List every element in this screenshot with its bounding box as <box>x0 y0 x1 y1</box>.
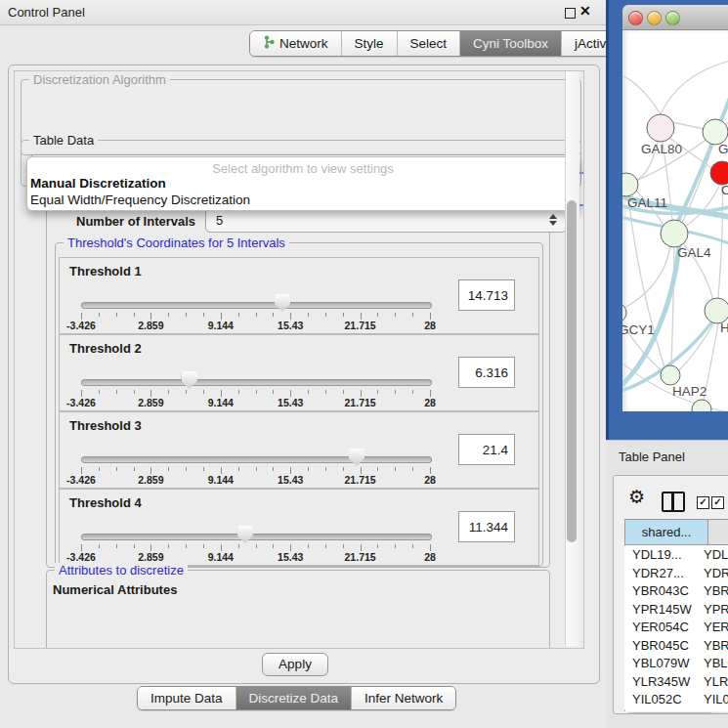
tab-discretize-data[interactable]: Discretize Data <box>236 687 352 709</box>
tab-infer-network[interactable]: Infer Network <box>351 687 455 709</box>
tick-mark <box>343 390 344 394</box>
network-node-gcy1[interactable] <box>622 303 626 322</box>
table-row[interactable]: YPR145WYPR1 <box>624 601 728 620</box>
algorithm-group-title: Discretization Algorithm <box>29 72 170 87</box>
tick-mark <box>325 313 326 317</box>
columns-icon[interactable] <box>662 492 685 512</box>
tick-mark <box>273 390 274 394</box>
threshold-label: Threshold 2 <box>69 341 142 356</box>
tick-mark <box>256 544 257 548</box>
table-row[interactable]: YBR045CYBR0 <box>624 637 728 656</box>
slider-track[interactable] <box>81 534 432 540</box>
tick-label: 28 <box>424 551 436 563</box>
tick-mark <box>256 313 257 317</box>
combo-arrows-icon <box>549 214 557 226</box>
threshold-value-field[interactable]: 14.713 <box>458 279 515 311</box>
tick-mark <box>343 544 344 548</box>
slider-track[interactable] <box>81 302 432 309</box>
tick-mark <box>290 390 291 397</box>
tick-mark <box>412 390 413 394</box>
tick-mark <box>238 390 239 394</box>
network-node[interactable] <box>692 400 711 411</box>
table-row[interactable]: YER054CYER0 <box>624 619 728 637</box>
network-node-gal80[interactable] <box>647 114 674 142</box>
tick-mark <box>430 544 431 551</box>
network-icon <box>263 35 275 52</box>
table-row[interactable]: YDR27...YDR2 <box>624 565 728 583</box>
tick-mark <box>134 390 135 394</box>
network-node-c[interactable] <box>710 161 728 185</box>
cell-name: YER0 <box>704 620 728 634</box>
cell-shared-name: YLR345W <box>632 674 690 689</box>
tick-mark <box>361 390 362 397</box>
table-row[interactable]: YBL079WYBL0 <box>624 655 728 673</box>
network-canvas[interactable]: GAL80GCGAL11GAL4GCY1HHAP2 <box>622 30 728 411</box>
float-icon[interactable] <box>565 8 576 19</box>
table-data-group-title: Table Data <box>29 133 98 148</box>
tick-mark <box>116 467 117 471</box>
threshold-value-field[interactable]: 6.316 <box>458 357 515 388</box>
tick-mark <box>168 544 169 548</box>
network-edge <box>678 322 714 371</box>
node-label: GCY1 <box>622 322 655 337</box>
cell-shared-name: YDR27... <box>632 566 684 580</box>
panel-title: Control Panel <box>8 5 85 20</box>
apply-button[interactable]: Apply <box>262 653 328 676</box>
table-h-scrollbar[interactable] <box>625 712 728 714</box>
tab-impute-data[interactable]: Impute Data <box>138 687 236 709</box>
node-label: GAL80 <box>641 142 682 156</box>
tick-mark <box>150 390 151 397</box>
network-edge <box>672 122 704 129</box>
network-node-hap2[interactable] <box>661 365 680 385</box>
slider-track[interactable] <box>81 379 432 386</box>
checkbox-icon[interactable]: ✓ <box>697 496 709 509</box>
gear-icon[interactable]: ⚙ <box>628 488 645 506</box>
cell-name: YDL1 <box>704 547 728 562</box>
menu-item-equal-width-discretization[interactable]: Equal Width/Frequency Discretization <box>30 193 250 207</box>
slider-thumb[interactable] <box>349 449 364 466</box>
close-traffic-light-icon[interactable] <box>628 11 643 25</box>
number-of-intervals-value: 5 <box>216 213 223 228</box>
menu-item-manual-discretization[interactable]: Manual Discretization <box>30 176 166 191</box>
tick-mark <box>412 467 413 471</box>
tick-mark <box>150 467 151 474</box>
table-row[interactable]: YIL052CYIL0 <box>624 691 728 709</box>
threshold-row-2: Threshold 2-3.4262.8599.14415.4321.71528… <box>59 334 539 411</box>
tick-mark <box>412 544 413 548</box>
tick-mark <box>308 544 309 548</box>
table-row[interactable]: YLR345WYLR3 <box>624 673 728 692</box>
column-header-shared-name[interactable]: shared... <box>624 519 708 545</box>
slider-thumb[interactable] <box>182 371 197 389</box>
network-node-gal11[interactable] <box>622 173 638 196</box>
table-h-scrollbar-thumb[interactable] <box>625 712 715 714</box>
threshold-value-field[interactable]: 11.344 <box>458 511 515 542</box>
tab-select[interactable]: Select <box>397 31 460 56</box>
tab-style[interactable]: Style <box>341 31 397 56</box>
algorithm-dropdown-popup: Select algorithm to view settings Manual… <box>26 156 579 211</box>
slider-track[interactable] <box>81 456 432 463</box>
checkbox-icon[interactable]: ✓ <box>711 496 724 509</box>
tick-label: 15.43 <box>278 397 303 408</box>
tick-label: 28 <box>424 397 436 408</box>
tick-mark <box>99 313 100 317</box>
tab-cyni-toolbox[interactable]: Cyni Toolbox <box>459 31 561 56</box>
tick-label: 9.144 <box>208 397 234 408</box>
tick-mark <box>377 390 378 394</box>
cell-name: YBR0 <box>704 638 728 653</box>
table-row[interactable]: YDL19...YDL1 <box>624 546 728 565</box>
minimize-traffic-light-icon[interactable] <box>647 11 662 25</box>
tab-network[interactable]: Network <box>250 31 341 56</box>
zoom-traffic-light-icon[interactable] <box>665 11 680 25</box>
tick-mark <box>430 313 431 320</box>
slider-thumb[interactable] <box>275 294 290 312</box>
tick-mark <box>186 313 187 317</box>
network-node-gal4[interactable] <box>661 220 688 247</box>
tick-mark <box>150 313 151 320</box>
panel-scrollbar-thumb[interactable] <box>567 200 577 542</box>
slider-thumb[interactable] <box>237 526 253 543</box>
numerical-attributes-label: Numerical Attributes <box>53 582 177 597</box>
column-header-name[interactable]: n <box>707 519 728 545</box>
table-row[interactable]: YBR043CYBR0 <box>624 582 728 601</box>
close-icon[interactable]: ✕ <box>579 3 591 19</box>
threshold-value-field[interactable]: 21.4 <box>458 434 515 465</box>
